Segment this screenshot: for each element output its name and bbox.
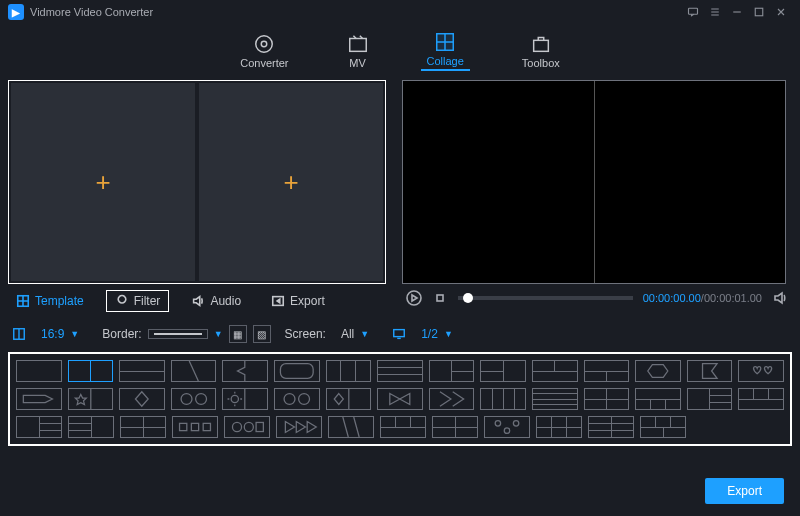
template-starburst[interactable] — [222, 388, 268, 410]
template-diamond[interactable] — [119, 388, 165, 410]
svg-rect-21 — [191, 423, 198, 430]
template-diamond-split[interactable] — [326, 388, 372, 410]
tab-audio[interactable]: Audio — [183, 290, 249, 312]
template-L1[interactable] — [635, 388, 681, 410]
options-bar: 16:9▼ Border: ▼ ▦ ▨ Screen: All ▼ 1/2 ▼ — [0, 314, 800, 350]
nav-toolbox[interactable]: Toolbox — [516, 31, 566, 69]
template-bot2[interactable] — [584, 360, 630, 382]
playback-bar: 00:00:00.00/00:00:01.00 — [402, 284, 792, 306]
template-L2[interactable] — [687, 388, 733, 410]
template-4col[interactable] — [480, 388, 526, 410]
template-3row[interactable] — [377, 360, 423, 382]
template-row-1 — [16, 360, 784, 382]
border-style-dropdown[interactable] — [148, 329, 208, 339]
template-1-3[interactable] — [16, 416, 62, 438]
template-3col[interactable] — [326, 360, 372, 382]
template-3boxes[interactable] — [172, 416, 218, 438]
nav-mv[interactable]: MV — [341, 31, 375, 69]
template-2col[interactable] — [68, 360, 114, 382]
preview-left — [403, 81, 595, 283]
nav-label: Collage — [427, 55, 464, 67]
tab-label: Audio — [210, 294, 241, 308]
template-2circles-a[interactable] — [171, 388, 217, 410]
mv-icon — [347, 33, 369, 55]
template-2x3grid[interactable] — [588, 416, 634, 438]
svg-point-9 — [407, 291, 421, 305]
tab-template[interactable]: Template — [8, 290, 92, 312]
svg-point-3 — [262, 41, 268, 47]
template-pip[interactable] — [484, 416, 530, 438]
left-panel: + + Template Filter Audio Export — [8, 80, 386, 314]
converter-icon — [253, 33, 275, 55]
svg-rect-25 — [256, 422, 263, 431]
svg-rect-10 — [437, 295, 443, 301]
template-1-2[interactable] — [429, 360, 475, 382]
tab-export[interactable]: Export — [263, 290, 333, 312]
export-button[interactable]: Export — [705, 478, 784, 504]
minimize-button[interactable] — [726, 2, 748, 22]
ratio-group[interactable]: 16:9▼ — [12, 324, 88, 344]
collage-slot-1[interactable]: + — [11, 83, 195, 281]
template-4row[interactable] — [532, 388, 578, 410]
template-bowtie[interactable] — [377, 388, 423, 410]
tab-filter[interactable]: Filter — [106, 290, 170, 312]
template-2circles-b[interactable] — [274, 388, 320, 410]
seek-thumb[interactable] — [463, 293, 473, 303]
template-star-split[interactable] — [68, 388, 114, 410]
template-hex[interactable] — [635, 360, 681, 382]
svg-rect-4 — [349, 39, 366, 52]
page-dropdown[interactable]: 1/2 ▼ — [412, 324, 462, 344]
play-button[interactable] — [406, 290, 422, 306]
template-rounded[interactable] — [274, 360, 320, 382]
template-3x2-a[interactable] — [380, 416, 426, 438]
template-3x2grid[interactable] — [536, 416, 582, 438]
template-arrow[interactable] — [16, 388, 62, 410]
nav-label: MV — [349, 57, 366, 69]
template-3diag[interactable] — [328, 416, 374, 438]
svg-rect-6 — [533, 40, 548, 51]
feedback-icon[interactable] — [682, 2, 704, 22]
border-color-button[interactable]: ▦ — [229, 325, 247, 343]
tab-label: Template — [35, 294, 84, 308]
volume-button[interactable] — [772, 290, 788, 306]
template-2c1b[interactable] — [224, 416, 270, 438]
template-diag[interactable] — [171, 360, 217, 382]
tab-label: Export — [290, 294, 325, 308]
template-ffwd[interactable] — [276, 416, 322, 438]
nav-converter[interactable]: Converter — [234, 31, 294, 69]
template-2row[interactable] — [119, 360, 165, 382]
border-pattern-button[interactable]: ▨ — [253, 325, 271, 343]
ratio-dropdown[interactable]: 16:9▼ — [32, 324, 88, 344]
app-logo: ▶ — [8, 4, 24, 20]
template-hearts[interactable] — [738, 360, 784, 382]
svg-point-18 — [284, 394, 295, 405]
maximize-button[interactable] — [748, 2, 770, 22]
stop-button[interactable] — [432, 290, 448, 306]
svg-rect-20 — [180, 423, 187, 430]
collage-slot-2[interactable]: + — [199, 83, 383, 281]
template-2-1[interactable] — [480, 360, 526, 382]
plus-icon: + — [283, 167, 298, 198]
template-top2[interactable] — [532, 360, 578, 382]
template-mix1[interactable] — [120, 416, 166, 438]
template-single[interactable] — [16, 360, 62, 382]
template-complex[interactable] — [640, 416, 686, 438]
screen-dropdown[interactable]: All ▼ — [332, 324, 378, 344]
border-label: Border: — [102, 327, 141, 341]
template-2x2[interactable] — [584, 388, 630, 410]
screen-label: Screen: — [285, 327, 326, 341]
template-flag[interactable] — [687, 360, 733, 382]
close-button[interactable] — [770, 2, 792, 22]
seek-slider[interactable] — [458, 296, 633, 300]
template-3-1[interactable] — [68, 416, 114, 438]
nav-collage[interactable]: Collage — [421, 29, 470, 71]
template-L3[interactable] — [738, 388, 784, 410]
menu-icon[interactable] — [704, 2, 726, 22]
screen-group: Screen: All ▼ — [285, 324, 379, 344]
toolbox-icon — [530, 33, 552, 55]
page-group: 1/2 ▼ — [392, 324, 462, 344]
template-notch[interactable] — [222, 360, 268, 382]
export-icon — [271, 294, 285, 308]
template-chevron[interactable] — [429, 388, 475, 410]
template-2x2-b[interactable] — [432, 416, 478, 438]
